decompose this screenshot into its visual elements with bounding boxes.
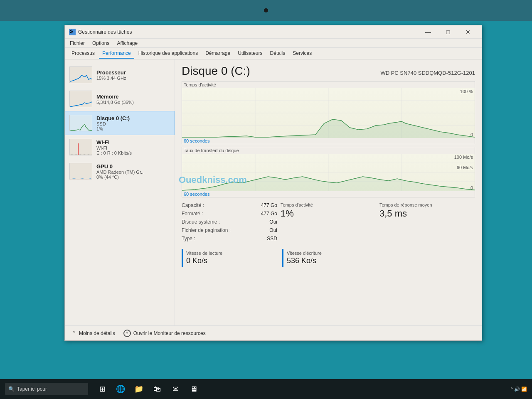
write-speed-value: 536 Ko/s [287, 256, 369, 265]
disk-thumbnail [69, 115, 92, 131]
menu-bar: Fichier Options Affichage [65, 39, 482, 48]
svg-rect-5 [70, 163, 92, 180]
tab-bar: Processus Performance Historique des app… [65, 48, 482, 59]
wifi-info: Wi-Fi Wi-Fi E : 0 R : 0 Kbits/s [96, 139, 170, 155]
write-speed-stat: Vitesse d'écriture 536 Ko/s [282, 249, 369, 267]
transfer-chart: 100 Mo/s 60 Mo/s 0 [182, 154, 475, 191]
tab-services[interactable]: Services [289, 49, 315, 59]
cpu-thumbnail [69, 66, 92, 83]
taskview-icon[interactable]: ⊞ [95, 382, 110, 397]
capacity-value: 477 Go [261, 202, 277, 208]
transfer-chart-label: Taux de transfert du disque [182, 147, 475, 154]
title-bar-controls: — □ ✕ [419, 26, 478, 38]
bottom-bar: ⌃ Moins de détails ⊙ Ouvrir le Moniteur … [65, 325, 482, 340]
type-row: Type : SSD [182, 236, 277, 241]
type-label: Type : [182, 236, 195, 241]
gpu-info: GPU 0 AMD Radeon (TM) Gr... 0% (44 °C) [96, 163, 170, 180]
mail-icon[interactable]: ✉ [168, 382, 183, 397]
title-bar: ⚙ Gestionnaire des tâches — □ ✕ [65, 25, 482, 39]
disk-header: Disque 0 (C:) WD PC SN740 SDDQMQD-512G-1… [182, 64, 475, 78]
svg-rect-3 [70, 139, 92, 155]
paging-label: Fichier de pagination : [182, 227, 231, 233]
edge-icon[interactable]: 🌐 [113, 382, 128, 397]
memory-title: Mémoire [96, 94, 170, 100]
search-bar[interactable]: 🔍 Taper ici pour [5, 383, 88, 395]
gpu-sub1: AMD Radeon (TM) Gr... [96, 170, 170, 175]
explorer-icon[interactable]: 📁 [131, 382, 146, 397]
tab-utilisateurs[interactable]: Utilisateurs [234, 49, 266, 59]
tab-historique[interactable]: Historique des applications [135, 49, 201, 59]
formatted-value: 477 Go [261, 211, 277, 217]
sidebar-item-cpu[interactable]: Processeur 15% 3,44 GHz [65, 63, 175, 87]
taskbar: 🔍 Taper ici pour ⊞ 🌐 📁 🛍 ✉ 🖥 ^ 🔊 📶 [0, 379, 532, 399]
taskbar-icons: ⊞ 🌐 📁 🛍 ✉ 🖥 [95, 382, 201, 397]
system-disk-row: Disque système : Oui [182, 219, 277, 225]
response-stat: Temps de réponse moyen 3,5 ms [379, 201, 475, 221]
chevron-up-icon: ⌃ [71, 330, 76, 337]
activity-chart: 100 % 0 [182, 88, 475, 138]
activity-time-label: 60 secondes [182, 138, 475, 144]
disk-sub1: SSD [96, 121, 170, 126]
camera-bar [0, 0, 532, 21]
activity-stat-value: 1% [281, 208, 376, 219]
main-panel: Disque 0 (C:) WD PC SN740 SDDQMQD-512G-1… [175, 59, 482, 325]
memory-thumbnail [69, 91, 92, 107]
wifi-title: Wi-Fi [96, 139, 170, 145]
paging-value: Oui [269, 227, 277, 233]
tab-details[interactable]: Détails [267, 49, 289, 59]
disk-sidebar-title: Disque 0 (C:) [96, 115, 170, 121]
wifi-sub1: Wi-Fi [96, 145, 170, 150]
wifi-sub2: E : 0 R : 0 Kbits/s [96, 150, 170, 155]
formatted-row: Formaté : 477 Go [182, 211, 277, 217]
sidebar: Processeur 15% 3,44 GHz Mémoire 5,3/14,8… [65, 59, 175, 325]
menu-fichier[interactable]: Fichier [68, 39, 86, 47]
window-title: Gestionnaire des tâches [78, 29, 419, 35]
less-details-button[interactable]: ⌃ Moins de détails [71, 330, 115, 337]
activity-stat: Temps d'activité 1% [281, 201, 376, 221]
system-disk-label: Disque système : [182, 219, 220, 225]
tab-performance[interactable]: Performance [99, 49, 134, 59]
disk-sub2: 1% [96, 126, 170, 131]
speed-stats: Vitesse de lecture 0 Ko/s Vitesse d'écri… [182, 249, 376, 267]
capacity-row: Capacité : 477 Go [182, 202, 277, 208]
search-icon: 🔍 [8, 386, 15, 392]
sidebar-item-wifi[interactable]: Wi-Fi Wi-Fi E : 0 R : 0 Kbits/s [65, 135, 175, 159]
transfer-time-label: 60 secondes [182, 191, 475, 197]
minimize-button[interactable]: — [419, 26, 438, 38]
transfer-chart-container: Taux de transfert du disque 100 Mo/s 60 … [182, 147, 475, 197]
app-icon: ⚙ [69, 29, 76, 35]
disk-main-title: Disque 0 (C:) [182, 64, 250, 78]
memory-sub: 5,3/14,8 Go (36%) [96, 100, 170, 105]
tab-processus[interactable]: Processus [68, 49, 98, 59]
response-stat-label: Temps de réponse moyen [379, 202, 475, 207]
memory-info: Mémoire 5,3/14,8 Go (36%) [96, 94, 170, 105]
read-speed-stat: Vitesse de lecture 0 Ko/s [182, 249, 269, 267]
monitor-icon: ⊙ [123, 330, 131, 337]
less-details-label: Moins de détails [79, 330, 115, 336]
read-speed-label: Vitesse de lecture [186, 251, 269, 256]
transfer-bottom-value: 0 [470, 185, 473, 190]
activity-chart-label: Temps d'activité [182, 81, 475, 88]
response-stat-value: 3,5 ms [379, 208, 475, 219]
sidebar-item-gpu[interactable]: GPU 0 AMD Radeon (TM) Gr... 0% (44 °C) [65, 159, 175, 183]
type-value: SSD [267, 236, 277, 241]
app5-icon[interactable]: 🖥 [186, 382, 201, 397]
menu-options[interactable]: Options [91, 39, 111, 47]
store-icon[interactable]: 🛍 [150, 382, 165, 397]
monitor-button[interactable]: ⊙ Ouvrir le Moniteur de ressources [123, 330, 206, 337]
activity-bottom-value: 0 [470, 132, 473, 137]
transfer-top-value: 100 Mo/s [454, 155, 473, 160]
transfer-mid-value: 60 Mo/s [457, 165, 473, 170]
close-button[interactable]: ✕ [458, 26, 478, 38]
disk-model: WD PC SN740 SDDQMQD-512G-1201 [380, 70, 475, 76]
menu-affichage[interactable]: Affichage [115, 39, 139, 47]
maximize-button[interactable]: □ [438, 26, 458, 38]
stats-grid: Temps d'activité 1% Temps de réponse moy… [182, 201, 475, 267]
read-speed-value: 0 Ko/s [186, 256, 269, 265]
sidebar-item-disk[interactable]: Disque 0 (C:) SSD 1% [65, 111, 175, 135]
tab-demarrage[interactable]: Démarrage [202, 49, 234, 59]
sidebar-item-memory[interactable]: Mémoire 5,3/14,8 Go (36%) [65, 87, 175, 111]
camera-dot [264, 8, 268, 12]
cpu-sub: 15% 3,44 GHz [96, 76, 170, 81]
cpu-info: Processeur 15% 3,44 GHz [96, 69, 170, 81]
